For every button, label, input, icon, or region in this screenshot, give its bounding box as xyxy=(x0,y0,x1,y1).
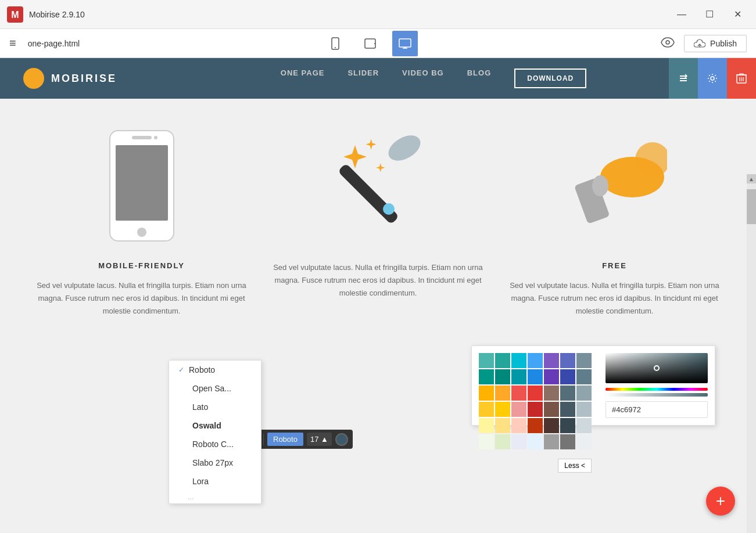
settings-button[interactable] xyxy=(698,58,727,99)
tablet-view-button[interactable] xyxy=(357,31,383,56)
font-item-opensans[interactable]: Open Sa... xyxy=(169,379,261,398)
col3-title: FREE xyxy=(508,261,721,270)
color-swatch[interactable] xyxy=(528,369,543,384)
color-swatch[interactable] xyxy=(511,418,526,433)
publish-label: Publish xyxy=(710,39,737,48)
color-swatch[interactable] xyxy=(495,386,510,401)
color-swatch[interactable] xyxy=(495,434,510,449)
col1-image xyxy=(35,122,248,250)
color-swatch[interactable] xyxy=(528,434,543,449)
color-swatch[interactable] xyxy=(528,386,543,401)
publish-button[interactable]: Publish xyxy=(684,35,747,52)
color-swatch[interactable] xyxy=(479,418,494,433)
menu-icon[interactable]: ≡ xyxy=(9,37,16,50)
svg-point-33 xyxy=(592,175,608,196)
nav-item-slider[interactable]: SLIDER xyxy=(347,69,379,88)
color-swatch[interactable] xyxy=(528,418,543,433)
color-swatch[interactable] xyxy=(544,369,559,384)
font-item-oswald[interactable]: Oswald xyxy=(169,416,261,435)
color-swatch[interactable] xyxy=(576,369,592,384)
app-logo-icon: M xyxy=(7,6,23,23)
font-item-label: Slabo 27px xyxy=(192,458,233,467)
color-swatch[interactable] xyxy=(576,418,592,433)
reorder-button[interactable] xyxy=(669,58,698,99)
minimize-button[interactable]: — xyxy=(670,4,693,25)
nav-item-videobg[interactable]: VIDEO BG xyxy=(402,69,444,88)
font-item-robotoc[interactable]: Roboto C... xyxy=(169,435,261,453)
color-swatch[interactable] xyxy=(528,353,543,368)
color-swatch[interactable] xyxy=(544,434,559,449)
color-swatch[interactable] xyxy=(511,434,526,449)
gradient-area[interactable] xyxy=(605,353,708,383)
font-item-label: Open Sa... xyxy=(192,384,231,393)
color-swatch[interactable] xyxy=(544,353,559,368)
color-swatch[interactable] xyxy=(495,353,510,368)
font-name-button[interactable]: Roboto xyxy=(267,433,303,446)
color-swatch[interactable] xyxy=(511,369,526,384)
color-dot-button[interactable] xyxy=(335,433,348,446)
desktop-view-button[interactable] xyxy=(392,31,418,56)
toolbar: ≡ one-page.html xyxy=(0,29,756,58)
color-swatch[interactable] xyxy=(576,353,592,368)
font-item-lato[interactable]: Lato xyxy=(169,398,261,416)
color-swatch[interactable] xyxy=(495,418,510,433)
download-button[interactable]: DOWNLOAD xyxy=(514,69,586,88)
close-button[interactable]: ✕ xyxy=(726,4,749,25)
scroll-up-button[interactable]: ▲ xyxy=(747,174,756,183)
add-block-button[interactable]: + xyxy=(706,487,735,516)
color-swatch[interactable] xyxy=(479,386,494,401)
nav-item-onepage[interactable]: ONE PAGE xyxy=(281,69,325,88)
color-swatch[interactable] xyxy=(560,353,575,368)
hex-input[interactable] xyxy=(605,401,708,418)
font-item-slabo[interactable]: Slabo 27px xyxy=(169,453,261,472)
font-item-lora[interactable]: Lora xyxy=(169,472,261,491)
color-swatch[interactable] xyxy=(511,386,526,401)
color-swatch[interactable] xyxy=(479,434,494,449)
color-swatch[interactable] xyxy=(576,434,592,449)
less-button[interactable]: Less < xyxy=(558,459,592,473)
svg-point-22 xyxy=(137,228,146,237)
logo-text: MOBIRISE xyxy=(51,73,117,85)
color-swatch[interactable] xyxy=(576,386,592,401)
color-swatch[interactable] xyxy=(544,402,559,417)
font-item-roboto[interactable]: ✓ Roboto xyxy=(169,361,261,379)
hue-bar[interactable] xyxy=(605,388,708,391)
file-name: one-page.html xyxy=(28,39,80,48)
color-swatch[interactable] xyxy=(544,418,559,433)
color-swatch[interactable] xyxy=(511,353,526,368)
column-1: MOBILE-FRIENDLY Sed vel vulputate lacus.… xyxy=(35,122,248,318)
scrollbar-thumb[interactable] xyxy=(747,189,756,224)
opacity-bar[interactable] xyxy=(605,393,708,397)
color-swatch[interactable] xyxy=(560,386,575,401)
color-swatch[interactable] xyxy=(479,353,494,368)
color-swatch[interactable] xyxy=(576,402,592,417)
color-swatch[interactable] xyxy=(495,402,510,417)
color-swatch[interactable] xyxy=(528,402,543,417)
delete-button[interactable] xyxy=(727,58,756,99)
title-bar: M Mobirise 2.9.10 — ☐ ✕ xyxy=(0,0,756,29)
color-swatch[interactable] xyxy=(560,434,575,449)
title-bar-controls: — ☐ ✕ xyxy=(670,4,749,25)
preview-button[interactable] xyxy=(661,36,675,51)
tablet-icon xyxy=(364,37,377,50)
svg-point-25 xyxy=(384,130,425,165)
gear-icon xyxy=(707,73,718,84)
color-swatch[interactable] xyxy=(560,369,575,384)
svg-rect-4 xyxy=(365,39,375,48)
font-size-button[interactable]: 17 ▲ xyxy=(307,433,332,446)
maximize-button[interactable]: ☐ xyxy=(698,4,721,25)
font-dropdown: ✓ Roboto Open Sa... Lato Oswald Roboto C… xyxy=(169,360,261,504)
nav-item-blog[interactable]: BLOG xyxy=(467,69,492,88)
site-logo: MOBIRISE xyxy=(23,68,117,89)
color-swatch[interactable] xyxy=(511,402,526,417)
color-swatch[interactable] xyxy=(495,369,510,384)
color-swatch[interactable] xyxy=(544,386,559,401)
desktop-icon xyxy=(399,37,411,50)
color-swatch[interactable] xyxy=(560,402,575,417)
color-swatch[interactable] xyxy=(479,402,494,417)
view-toggle xyxy=(91,31,649,56)
color-swatch[interactable] xyxy=(479,369,494,384)
font-item-label: Roboto C... xyxy=(192,440,234,449)
color-swatch[interactable] xyxy=(560,418,575,433)
mobile-view-button[interactable] xyxy=(323,31,348,56)
